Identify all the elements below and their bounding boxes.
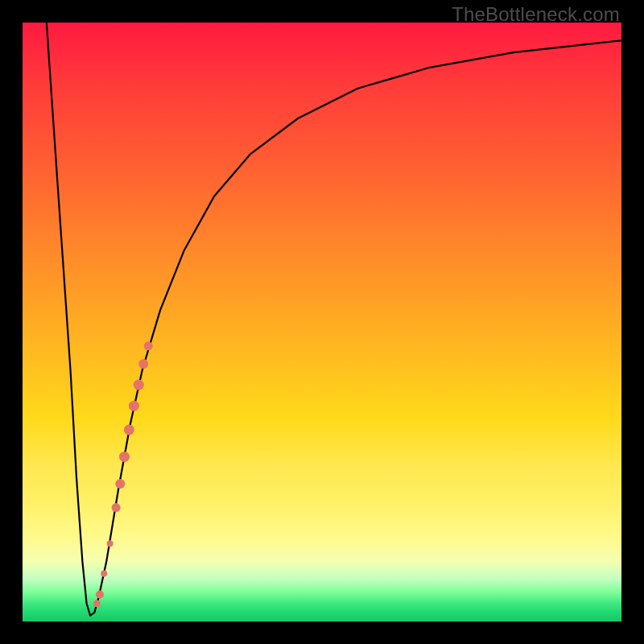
data-dot — [96, 591, 104, 599]
data-dot — [134, 380, 144, 390]
chart-frame: TheBottleneck.com — [0, 0, 644, 644]
plot-area — [23, 23, 621, 621]
data-dot — [124, 424, 134, 435]
data-dot — [112, 503, 121, 512]
data-dot — [101, 571, 107, 577]
curve-svg — [23, 23, 621, 621]
highlighted-dots — [93, 341, 153, 607]
data-dot — [107, 540, 114, 547]
data-dot — [129, 401, 139, 411]
data-dot — [119, 452, 130, 462]
data-dot — [144, 341, 153, 350]
data-dot — [93, 600, 101, 607]
data-dot — [138, 359, 148, 369]
data-dot — [115, 479, 125, 489]
bottleneck-curve — [47, 23, 621, 616]
